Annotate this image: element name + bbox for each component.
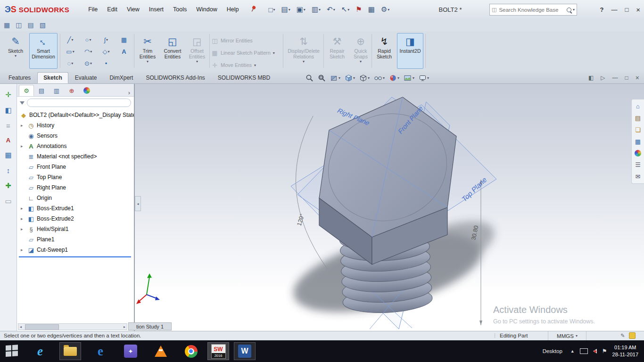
scroll-left-icon[interactable]: ◂	[18, 325, 23, 329]
tree-item-annotations[interactable]: ▸ A Annotations	[17, 141, 134, 151]
xpress-products-button[interactable]: ⚑	[355, 4, 363, 15]
help-button[interactable]: ?	[600, 6, 603, 13]
tree-item-right-plane[interactable]: ▱ Right Plane	[17, 182, 134, 193]
print-button[interactable]: ▥▾	[311, 4, 322, 15]
knowledge-base-search[interactable]: ◫ ▾	[489, 4, 577, 16]
close-button[interactable]: ×	[636, 6, 640, 14]
tree-filter-input[interactable]	[27, 99, 131, 107]
scrollbar-thumb[interactable]	[25, 324, 59, 330]
display-delete-relations-button[interactable]: ⇅ Display/Delete Relations ▾	[285, 33, 322, 69]
tool-line[interactable]: ╱▾	[61, 34, 79, 45]
linear-sketch-pattern-button[interactable]: ▦ Linear Sketch Pattern ▾	[211, 47, 283, 58]
convert-entities-button[interactable]: ◱ Convert Entities	[160, 33, 185, 69]
tab-addins[interactable]: SOLIDWORKS Add-Ins	[140, 72, 211, 83]
left-toolbar-icon-1[interactable]: ✛	[5, 90, 11, 99]
dimension-angle-text[interactable]: 120°	[296, 213, 305, 227]
menu-file[interactable]: File	[83, 4, 102, 15]
taskpane-home-icon[interactable]: ⌂	[636, 103, 640, 110]
units-selector[interactable]: MMGS ▾	[548, 331, 586, 340]
taskpane-design-library-icon[interactable]: ❏	[635, 126, 641, 133]
tree-item-boss-extrude1[interactable]: ▸ ◧ Boss-Extrude1	[17, 203, 134, 214]
expand-arrow-icon[interactable]: ▸	[21, 206, 25, 211]
dock-right-icon[interactable]: ▷	[601, 74, 605, 81]
tree-root[interactable]: ◆ BOLT2 (Default<<Default>>_Display Stat…	[17, 110, 134, 120]
offset-entities-button[interactable]: ◲ Offset Entities ▾	[186, 33, 208, 69]
tool-partial-ellipse[interactable]: ◌▾	[61, 58, 79, 68]
left-toolbar-icon-5[interactable]: ▦	[5, 151, 11, 159]
tab-property-manager[interactable]: ▤	[34, 85, 49, 96]
tray-volume-icon[interactable]	[593, 349, 597, 354]
taskbar-vlc-icon[interactable]	[150, 342, 172, 360]
doc-restore-button[interactable]: □	[625, 74, 628, 81]
expand-arrow-icon[interactable]: ▸	[21, 227, 25, 231]
viewport-layout-icon[interactable]: ▦	[4, 21, 10, 29]
tray-clock[interactable]: 01:19 AM 28-11-2017	[612, 344, 640, 359]
tree-item-sensors[interactable]: ◉ Sensors	[17, 131, 134, 141]
pin-menu-icon[interactable]	[248, 4, 258, 15]
task-scheduler-button[interactable]: ▦	[367, 4, 376, 15]
taskbar-solidworks-icon[interactable]: SW 2016	[207, 342, 229, 360]
tab-feature-tree[interactable]: ⚙	[19, 85, 34, 96]
tab-display-manager[interactable]	[79, 85, 94, 96]
left-toolbar-icon-7[interactable]: ✚	[5, 181, 11, 190]
instant2d-button[interactable]: ◨ Instant2D	[397, 33, 423, 69]
tool-spline[interactable]: ʃ▾	[97, 34, 115, 45]
taskpane-appearances-icon[interactable]	[635, 150, 641, 156]
panel-collapse-handle[interactable]: ◂	[135, 196, 141, 211]
smart-dimension-button[interactable]: ↔ Smart Dimension	[29, 33, 58, 69]
tab-configuration-manager[interactable]: ▥	[49, 85, 64, 96]
tool-point[interactable]: ⊙▾	[79, 58, 97, 68]
taskpane-forum-icon[interactable]: ✉	[636, 173, 641, 180]
quick-snaps-button[interactable]: ⊕ Quick Snaps ▾	[350, 33, 372, 69]
tool-arc[interactable]: ◠▾	[79, 46, 97, 57]
tree-item-material[interactable]: ≣ Material <not specified>	[17, 151, 134, 162]
mirror-entities-button[interactable]: ◫ Mirror Entities	[211, 35, 283, 46]
menu-window[interactable]: Window	[191, 4, 222, 15]
start-button[interactable]	[6, 345, 19, 358]
taskbar-edge-icon[interactable]: e	[90, 342, 111, 360]
taskbar-file-explorer-icon[interactable]	[59, 342, 81, 360]
maximize-button[interactable]: □	[625, 6, 628, 13]
taskbar-app-icon[interactable]: ✦	[120, 342, 141, 360]
new-document-button[interactable]: □▾	[267, 5, 276, 15]
tree-item-history[interactable]: ▸ ◷ History	[17, 120, 134, 131]
doc-close-button[interactable]: ×	[636, 74, 639, 82]
search-icon[interactable]	[567, 8, 571, 12]
taskbar-ie-icon[interactable]: e	[29, 342, 51, 360]
tool-circle[interactable]: ○▾	[79, 34, 97, 45]
document-compare-icon[interactable]: ▤	[27, 21, 33, 29]
rollback-bar[interactable]	[19, 256, 131, 257]
save-button[interactable]: ▣▾	[296, 4, 306, 15]
search-input[interactable]	[498, 7, 565, 13]
repair-sketch-button[interactable]: ⚒ Repair Sketch	[325, 33, 349, 69]
tree-item-cut-sweep1[interactable]: ▸ ◪ Cut-Sweep1	[17, 245, 134, 255]
options-button[interactable]: ⚙▾	[380, 4, 390, 15]
tray-flag-icon[interactable]: ⚑	[602, 348, 607, 354]
tile-windows-icon[interactable]: ▧	[40, 21, 46, 29]
tool-text[interactable]: A	[115, 46, 133, 57]
menu-insert[interactable]: Insert	[144, 4, 168, 15]
tray-chevron-icon[interactable]: ▲	[570, 349, 575, 354]
trim-entities-button[interactable]: ✂ Trim Entities ▾	[136, 33, 159, 69]
desktop-button[interactable]: Desktop	[543, 348, 565, 354]
graphics-viewport[interactable]: 30.80 120°	[135, 84, 644, 331]
tool-centerpoint[interactable]: •	[97, 58, 115, 68]
expand-arrow-icon[interactable]: ▸	[21, 144, 25, 148]
tree-item-origin[interactable]: ∟ Origin	[17, 193, 134, 203]
menu-tools[interactable]: Tools	[168, 4, 191, 15]
taskbar-word-icon[interactable]: W	[234, 342, 256, 360]
section-view-button[interactable]: ▾	[330, 74, 340, 82]
tool-sketch-pattern[interactable]: ▦	[115, 34, 133, 45]
left-toolbar-icon-6[interactable]: ↕	[7, 166, 10, 174]
tray-monitor-icon[interactable]	[580, 348, 588, 354]
tree-item-helix-spiral1[interactable]: ▸ § Helix/Spiral1	[17, 224, 134, 234]
tree-item-front-plane[interactable]: ▱ Front Plane	[17, 162, 134, 172]
rapid-sketch-button[interactable]: ↯ Rapid Sketch	[373, 33, 395, 69]
menu-help[interactable]: Help	[222, 4, 244, 15]
dock-left-icon[interactable]: ◧	[588, 74, 594, 81]
tab-dimxpert[interactable]: DimXpert	[103, 72, 139, 83]
expand-arrow-icon[interactable]: ▸	[21, 247, 25, 252]
motion-study-tab[interactable]: tion Study 1	[128, 322, 172, 330]
left-toolbar-icon-4[interactable]: A	[6, 137, 10, 144]
tree-item-plane1[interactable]: ▱ Plane1	[17, 234, 134, 245]
